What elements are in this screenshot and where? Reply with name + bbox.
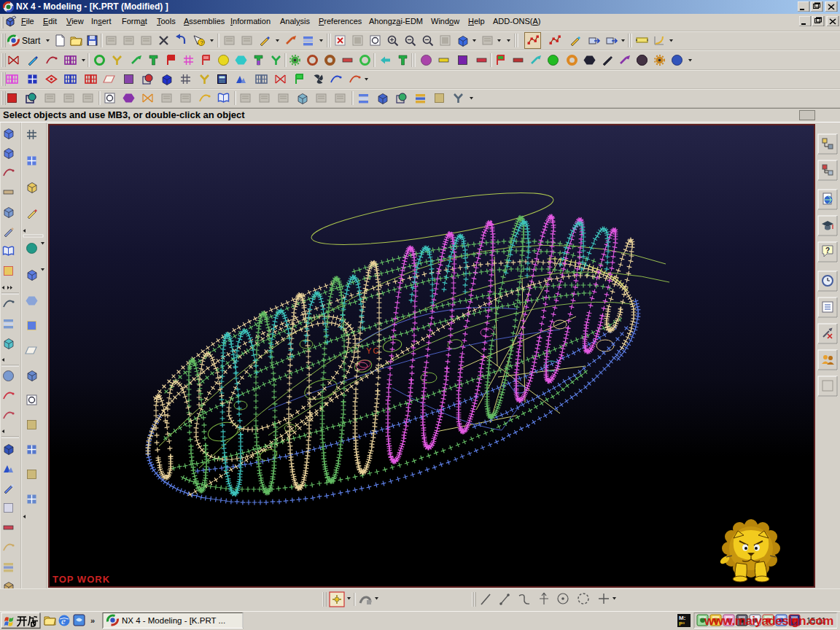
svg-text:?: ? bbox=[200, 39, 203, 46]
svg-text:»: » bbox=[90, 616, 95, 625]
svg-text:Start: Start bbox=[22, 36, 41, 46]
svg-text:YC: YC bbox=[366, 346, 380, 355]
svg-text:e: e bbox=[61, 615, 66, 626]
svg-text:NX 4 - Modeling - [K.PRT ...: NX 4 - Modeling - [K.PRT ... bbox=[122, 616, 225, 625]
svg-text:www.maiyadesign.com: www.maiyadesign.com bbox=[704, 614, 833, 628]
svg-text:P³: P³ bbox=[679, 621, 685, 627]
svg-text:?: ? bbox=[825, 246, 830, 254]
